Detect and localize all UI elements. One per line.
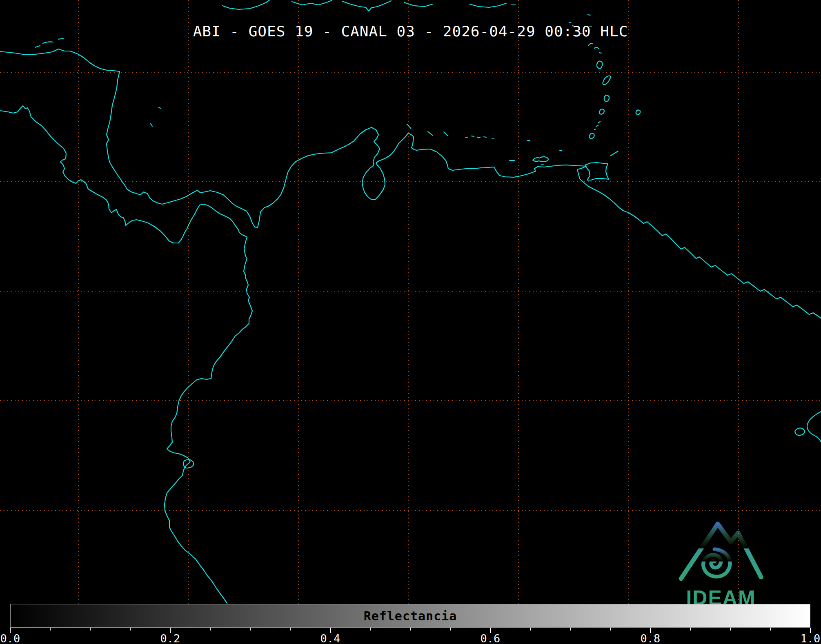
coastline-jamaica bbox=[222, 0, 269, 9]
colorbar-minor-tick bbox=[370, 628, 371, 631]
coastline-venezuelan-islets bbox=[465, 136, 562, 164]
coastline-margarita bbox=[533, 157, 548, 162]
coastline-barbados bbox=[636, 110, 641, 115]
reflectance-colorbar: Reflectancia bbox=[10, 604, 810, 628]
coastline-abc-islands bbox=[407, 124, 447, 136]
colorbar-label: Reflectancia bbox=[11, 604, 810, 627]
colorbar-minor-tick bbox=[410, 628, 411, 631]
colorbar-minor-tick bbox=[570, 628, 571, 631]
colorbar-minor-tick bbox=[690, 628, 691, 631]
colorbar-tick-label: 0.2 bbox=[160, 632, 180, 644]
colorbar-minor-tick bbox=[730, 628, 731, 631]
colorbar-tick-label: 0.4 bbox=[320, 632, 340, 644]
colorbar-minor-tick bbox=[610, 628, 611, 631]
coastline-puerto-rico-south bbox=[469, 3, 516, 7]
logo-cyclone-spiral-icon bbox=[703, 549, 730, 577]
colorbar-minor-tick bbox=[50, 628, 51, 631]
coastline-bay-islands bbox=[35, 38, 63, 47]
colorbar-minor-tick bbox=[90, 628, 91, 631]
coastline-pacific-south-america bbox=[0, 106, 252, 603]
colorbar-tick-label: 0.0 bbox=[0, 632, 20, 644]
colorbar-tick-label: 1.0 bbox=[801, 632, 821, 644]
colorbar-minor-tick bbox=[290, 628, 291, 631]
colorbar-tick-label: 0.6 bbox=[481, 632, 501, 644]
colorbar-minor-tick bbox=[770, 628, 771, 631]
colorbar-tick-label: 0.8 bbox=[641, 632, 661, 644]
coastline-tobago bbox=[611, 151, 618, 156]
colorbar-minor-tick bbox=[210, 628, 211, 631]
colorbar-minor-tick bbox=[250, 628, 251, 631]
coastline-central-america-caribbean bbox=[0, 49, 821, 318]
colorbar-minor-tick bbox=[530, 628, 531, 631]
coastline-hispaniola-south bbox=[292, 0, 433, 11]
coastline-trinidad bbox=[585, 163, 609, 180]
image-title: ABI - GOES 19 - CANAL 03 - 2026-04-29 00… bbox=[0, 23, 821, 40]
colorbar-minor-tick bbox=[130, 628, 131, 631]
coastline-amazon-mouth-fragment bbox=[795, 412, 821, 442]
colorbar-minor-tick bbox=[450, 628, 451, 631]
colorbar-axis: 0.00.20.40.60.81.0 bbox=[0, 628, 821, 644]
ideam-logo: IDEAM bbox=[674, 508, 768, 611]
satellite-image-canvas: ABI - GOES 19 - CANAL 03 - 2026-04-29 00… bbox=[0, 0, 821, 644]
coastline-san-andres-providencia bbox=[151, 107, 160, 126]
